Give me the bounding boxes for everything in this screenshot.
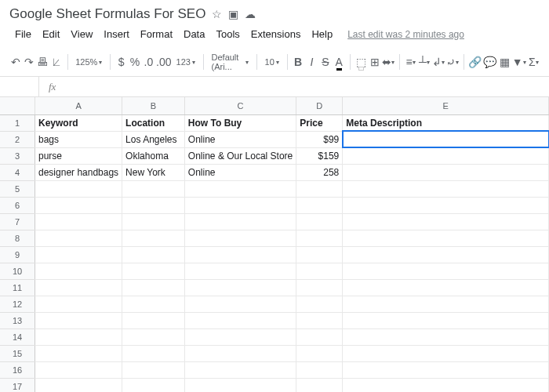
cell-D15[interactable] (296, 345, 343, 361)
cell-B2[interactable]: Los Angeles (122, 131, 185, 147)
text-color-icon[interactable]: A (333, 52, 345, 72)
number-format-select[interactable]: 123▾ (173, 57, 198, 67)
row-header-10[interactable]: 10 (0, 263, 35, 279)
cell-E13[interactable] (343, 312, 549, 328)
cell-C16[interactable] (184, 361, 296, 378)
cell-B4[interactable]: New York (122, 164, 185, 180)
cell-B14[interactable] (122, 328, 185, 345)
currency-icon[interactable]: $ (115, 52, 127, 72)
print-icon[interactable]: 🖶 (37, 52, 49, 72)
row-header-17[interactable]: 17 (0, 378, 35, 392)
cell-A1[interactable]: Keyword (35, 114, 122, 131)
cell-D12[interactable] (296, 296, 343, 312)
wrap-icon[interactable]: ↲▾ (432, 52, 445, 72)
cell-E5[interactable] (343, 180, 549, 197)
cell-A13[interactable] (35, 312, 122, 328)
row-header-15[interactable]: 15 (0, 345, 35, 361)
select-all-corner[interactable] (0, 97, 35, 114)
col-header-A[interactable]: A (35, 97, 122, 114)
cell-B8[interactable] (122, 230, 185, 246)
valign-icon[interactable]: ┴▾ (418, 52, 430, 72)
cell-D1[interactable]: Price (296, 114, 343, 131)
cell-D7[interactable] (296, 213, 343, 230)
col-header-D[interactable]: D (296, 97, 343, 114)
cell-B12[interactable] (122, 296, 185, 312)
cell-C3[interactable]: Online & Our Local Store (184, 147, 296, 164)
name-box[interactable] (0, 77, 39, 96)
cell-D8[interactable] (296, 230, 343, 246)
cell-B6[interactable] (122, 197, 185, 213)
row-header-9[interactable]: 9 (0, 246, 35, 263)
functions-icon[interactable]: Σ▾ (528, 52, 540, 72)
cell-A4[interactable]: designer handbags (35, 164, 122, 180)
move-icon[interactable]: ▣ (228, 8, 238, 20)
menu-tools[interactable]: Tools (210, 25, 245, 43)
row-header-7[interactable]: 7 (0, 213, 35, 230)
cell-C14[interactable] (184, 328, 296, 345)
row-header-14[interactable]: 14 (0, 328, 35, 345)
cloud-icon[interactable]: ☁ (245, 8, 256, 20)
cell-D14[interactable] (296, 328, 343, 345)
cell-D6[interactable] (296, 197, 343, 213)
cell-B9[interactable] (122, 246, 185, 263)
cell-C11[interactable] (184, 279, 296, 296)
cell-C5[interactable] (184, 180, 296, 197)
cell-E3[interactable] (343, 147, 549, 164)
spreadsheet-grid[interactable]: ABCDE1KeywordLocationHow To BuyPriceMeta… (0, 97, 549, 392)
cell-B3[interactable]: Oklahoma (122, 147, 185, 164)
row-header-12[interactable]: 12 (0, 296, 35, 312)
cell-E15[interactable] (343, 345, 549, 361)
cell-E17[interactable] (343, 378, 549, 392)
formula-input[interactable] (65, 77, 549, 96)
cell-D13[interactable] (296, 312, 343, 328)
cell-B7[interactable] (122, 213, 185, 230)
cell-C2[interactable]: Online (184, 131, 296, 147)
cell-A10[interactable] (35, 263, 122, 279)
cell-A9[interactable] (35, 246, 122, 263)
link-icon[interactable]: 🔗 (468, 52, 482, 72)
cell-A11[interactable] (35, 279, 122, 296)
cell-E9[interactable] (343, 246, 549, 263)
menu-file[interactable]: File (9, 25, 37, 43)
undo-icon[interactable]: ↶ (9, 52, 21, 72)
row-header-2[interactable]: 2 (0, 131, 35, 147)
merge-icon[interactable]: ⬌▾ (382, 52, 394, 72)
halign-icon[interactable]: ≡▾ (405, 52, 416, 72)
cell-A15[interactable] (35, 345, 122, 361)
cell-E4[interactable] (343, 164, 549, 180)
cell-A6[interactable] (35, 197, 122, 213)
star-icon[interactable]: ☆ (212, 8, 222, 20)
cell-A17[interactable] (35, 378, 122, 392)
italic-icon[interactable]: I (306, 52, 318, 72)
font-size-select[interactable]: 10▾ (262, 57, 282, 67)
cell-C9[interactable] (184, 246, 296, 263)
menu-edit[interactable]: Edit (37, 25, 65, 43)
cell-C17[interactable] (184, 378, 296, 392)
cell-B1[interactable]: Location (122, 114, 185, 131)
cell-C4[interactable]: Online (184, 164, 296, 180)
cell-C15[interactable] (184, 345, 296, 361)
cell-D3[interactable]: $159 (296, 147, 343, 164)
col-header-C[interactable]: C (184, 97, 296, 114)
col-header-B[interactable]: B (122, 97, 185, 114)
cell-E7[interactable] (343, 213, 549, 230)
row-header-6[interactable]: 6 (0, 197, 35, 213)
filter-icon[interactable]: ▼▾ (512, 52, 526, 72)
row-header-1[interactable]: 1 (0, 114, 35, 131)
cell-E10[interactable] (343, 263, 549, 279)
cell-A3[interactable]: purse (35, 147, 122, 164)
menu-format[interactable]: Format (135, 25, 178, 43)
cell-B17[interactable] (122, 378, 185, 392)
cell-A16[interactable] (35, 361, 122, 378)
borders-icon[interactable]: ⊞ (369, 52, 380, 72)
zoom-select[interactable]: 125%▾ (72, 57, 105, 67)
cell-D2[interactable]: $99 (296, 131, 343, 147)
cell-A2[interactable]: bags (35, 131, 122, 147)
cell-C13[interactable] (184, 312, 296, 328)
cell-A12[interactable] (35, 296, 122, 312)
cell-D16[interactable] (296, 361, 343, 378)
cell-D5[interactable] (296, 180, 343, 197)
cell-D9[interactable] (296, 246, 343, 263)
cell-A8[interactable] (35, 230, 122, 246)
row-header-4[interactable]: 4 (0, 164, 35, 180)
